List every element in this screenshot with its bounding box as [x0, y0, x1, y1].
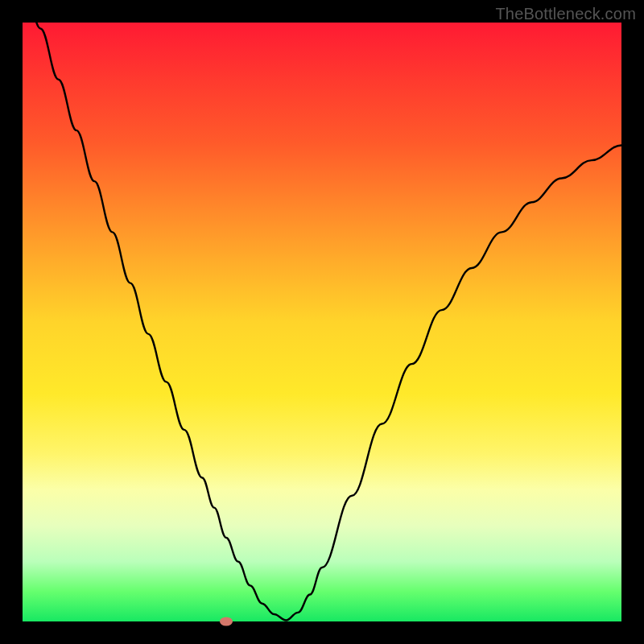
curve-svg	[23, 23, 621, 621]
optimal-marker	[220, 617, 233, 626]
plot-area	[23, 23, 621, 621]
bottleneck-curve	[23, 23, 621, 621]
watermark-text: TheBottleneck.com	[495, 5, 636, 23]
chart-frame: TheBottleneck.com	[0, 0, 644, 644]
